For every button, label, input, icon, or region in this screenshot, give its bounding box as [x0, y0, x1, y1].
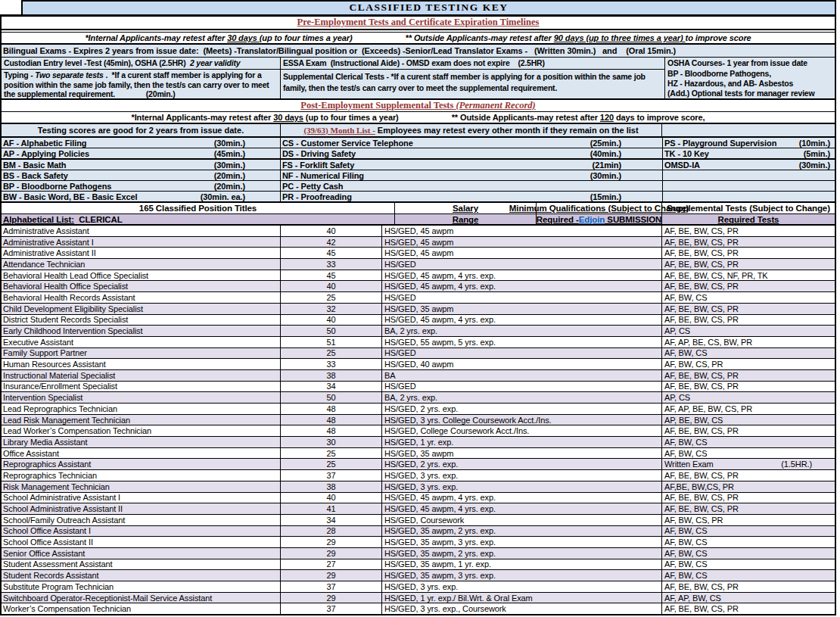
text-segment: Pre-Employment Tests and Certificate Exp… [297, 17, 540, 27]
position-row: Worker’s Compensation Technician37HS/GED… [2, 603, 835, 614]
position-salary-cell-text: 29 [326, 594, 335, 603]
test-key-label: CS - Customer Service Telephone [282, 139, 413, 148]
position-row: Administrative Assistant II45HS/GED, 45 … [2, 248, 835, 259]
position-tests-cell: AF, BW, CS [662, 559, 835, 570]
position-qualifications-cell-text: HS/GED, 40 awpm [384, 360, 453, 369]
position-qualifications-cell: HS/GED, 45 awpm, 4 yrs. exp. [382, 270, 662, 281]
text-segment: days to improve score, [614, 113, 705, 122]
position-title-cell-text: Behavioral Health Records Assistant [3, 293, 135, 302]
position-tests-cell: AF, BE, BW, CS, PR [662, 493, 835, 503]
position-qualifications-cell-text: BA [384, 371, 395, 380]
position-tests-cell: AF, AP, BE, CS, BW, PR [662, 337, 835, 347]
test-key-row: PS - Playground Supervision(10min.) [663, 138, 835, 148]
position-tests-cell: AF, BE, BW, CS, PR [662, 304, 835, 314]
position-row: Early Childhood Intervention Specialist5… [2, 326, 835, 337]
position-title-cell: Child Development Eligibility Specialist [2, 304, 281, 314]
text-segment: Alphabetical List: [3, 215, 74, 224]
test-key-time: (40min.) [590, 149, 662, 158]
position-title-cell-text: Student Records Assistant [3, 571, 99, 580]
position-qualifications-cell: HS/GED, Coursework [382, 515, 662, 525]
test-key-row [663, 170, 835, 181]
position-salary-cell: 32 [281, 304, 382, 314]
position-tests-cell-text: AF, BE, BW, CS, PR [664, 371, 739, 380]
position-tests-cell-text: AF, BW, CS [664, 348, 707, 357]
position-row: Instructional Material Specialist38BAAF,… [2, 370, 835, 382]
position-tests-cell-text: AF,BE, BW,CS, PR [664, 482, 734, 491]
position-qualifications-cell: BA [382, 370, 662, 381]
test-key-row [663, 181, 835, 192]
subheader-required-tests: Required Tests [662, 214, 835, 224]
positions-table: Administrative Assistant40HS/GED, 45 awp… [2, 226, 835, 614]
position-salary-cell: 38 [281, 370, 382, 381]
position-qualifications-cell-text: HS/GED [384, 348, 416, 357]
position-qualifications-cell-text: HS/GED, 35 awpm [384, 449, 453, 458]
position-row: Administrative Assistant40HS/GED, 45 awp… [2, 226, 835, 237]
position-title-cell-text: Child Development Eligibility Specialist [3, 304, 143, 313]
position-title-cell: Intervention Specialist [2, 392, 281, 403]
position-salary-cell: 40 [281, 226, 382, 236]
position-tests-cell: AF, BE, BW, CS, PR [662, 237, 835, 248]
test-key-time: (30min.) [590, 171, 662, 180]
position-title-cell-text: Attendance Technician [3, 260, 85, 269]
position-row: Library Media Assistant30HS/GED, 1 yr. e… [2, 437, 835, 448]
position-tests-cell-text: Written Exam [664, 460, 714, 469]
position-tests-cell-text: AF, BE, BW, CS, PR [664, 226, 739, 235]
position-salary-cell-text: 40 [326, 282, 335, 291]
position-title-cell: Worker’s Compensation Technician [2, 603, 281, 614]
position-qualifications-cell: HS/GED, 35 awpm, 2 yrs. exp. [382, 548, 662, 559]
text-segment: ** Outside Applicants-may retest after [452, 113, 600, 122]
position-title-cell: Human Resources Assistant [2, 359, 281, 369]
test-key-row: BS - Back Safety(20min.) [2, 170, 280, 181]
position-row: School Administrative Assistant I40HS/GE… [2, 493, 835, 504]
classified-testing-key-page: CLASSIFIED TESTING KEY Pre-Employment Te… [0, 0, 836, 615]
position-qualifications-cell-text: HS/GED, 35 awpm, 3 yrs. exp. [384, 538, 496, 547]
position-salary-cell-text: 45 [326, 248, 335, 257]
position-qualifications-cell-text: BA, 2 yrs. exp. [384, 393, 437, 402]
testing-scores-note: Testing scores are good for 2 years from… [2, 124, 281, 136]
position-row: Lead Reprographics Technician48HS/GED, 2… [2, 404, 835, 415]
position-qualifications-cell: BA, 2 yrs. exp. [382, 326, 662, 336]
test-key-row: AP - Applying Policies(45min.) [2, 148, 280, 160]
position-title-cell: Risk Management Technician [2, 481, 281, 492]
position-salary-cell-text: 37 [326, 604, 335, 613]
position-salary-cell-text: 48 [326, 416, 335, 425]
position-row: Student Assessment Assistant27HS/GED, 35… [2, 559, 835, 571]
position-qualifications-cell-text: HS/GED, 45 awpm [384, 248, 453, 257]
position-title-cell-text: Risk Management Technician [3, 482, 110, 491]
text-segment: Post-Employment Supplemental Tests [300, 100, 456, 111]
supplemental-clerical-note: Supplemental Clerical Tests - *If a cure… [281, 70, 664, 98]
position-qualifications-cell-text: HS/GED, 2 yrs. exp. [384, 460, 458, 469]
position-qualifications-cell-text: HS/GED, 45 awpm, 4 yrs. exp. [384, 282, 496, 291]
position-title-cell-text: Lead Risk Management Technician [3, 416, 130, 425]
positions-subheader-row: Alphabetical List: CLERICAL Range Requir… [2, 214, 835, 226]
test-key-row [663, 192, 835, 201]
position-salary-cell: 30 [281, 437, 382, 447]
subheader-range: Range [395, 214, 537, 224]
position-title-cell: Insurance/Enrollment Specialist [2, 382, 281, 392]
position-qualifications-cell: HS/GED, 2 yrs. exp. [382, 404, 662, 414]
position-tests-cell: AF,BE, BW,CS, PR [662, 481, 835, 492]
position-qualifications-cell-text: HS/GED, Coursework [384, 516, 464, 525]
position-tests-cell-text: AF, BW, CS [664, 526, 707, 535]
position-tests-cell-text: AF, BE, BW, CS, PR [664, 493, 739, 502]
position-qualifications-cell-text: HS/GED, 35 awpm, 2 yrs. exp. [384, 549, 496, 558]
test-key-label: AP - Applying Policies [3, 149, 89, 158]
position-salary-cell-text: 33 [326, 360, 335, 369]
position-title-cell-text: Early Childhood Intervention Specialist [3, 326, 142, 335]
test-key-label: OMSD-IA [664, 160, 700, 170]
position-qualifications-cell: HS/GED, 35 awpm, 1 yr. exp. [382, 559, 662, 570]
position-tests-cell-text: AF, BE, BW, CS, PR [664, 504, 739, 513]
position-qualifications-cell: BA, 2 yrs. exp. [382, 392, 662, 403]
position-title-cell-text: School/Family Outreach Assistant [3, 516, 125, 525]
position-qualifications-cell: HS/GED, 45 awpm [382, 237, 662, 248]
position-tests-cell: AF, BE, BW, CS, PR [662, 470, 835, 481]
position-row: Behavioral Health Lead Office Specialist… [2, 270, 835, 282]
position-row: Substitute Program Technician37HS/GED, 3… [2, 581, 835, 593]
position-qualifications-cell-text: HS/GED, 3 yrs. exp. [384, 471, 458, 480]
position-row: Intervention Specialist50BA, 2 yrs. exp.… [2, 392, 835, 404]
edjoin-link[interactable]: Edjoin [579, 215, 605, 224]
position-tests-cell: AF, BE, BW, CS, PR [662, 281, 835, 291]
position-qualifications-cell-text: HS/GED, 45 awpm [384, 226, 453, 235]
position-qualifications-cell-text: HS/GED, 2 yrs. exp. [384, 404, 458, 413]
position-tests-cell-text: AF, BE, BW, CS, PR [664, 238, 739, 247]
